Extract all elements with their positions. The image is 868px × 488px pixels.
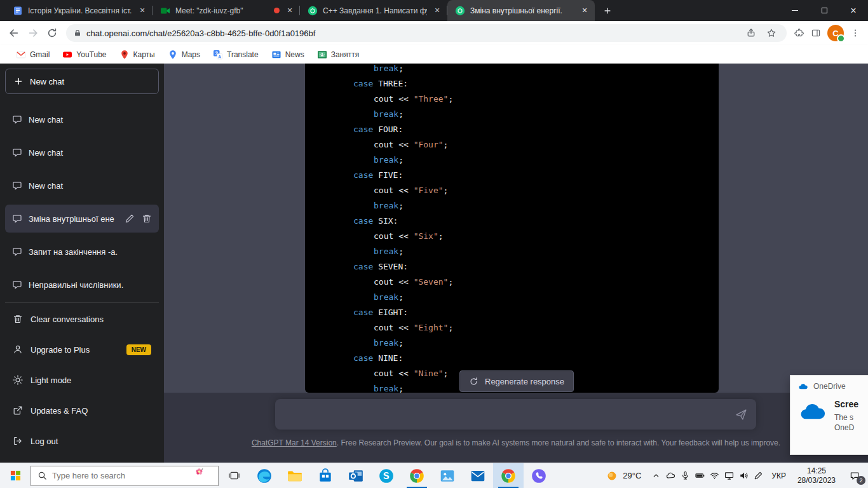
taskbar-app-edge[interactable] xyxy=(249,463,280,488)
bookmark-item[interactable]: Translate xyxy=(207,48,264,62)
language-indicator[interactable]: УКР xyxy=(766,471,792,480)
search-highlights-flower-icon[interactable] xyxy=(194,467,204,477)
code-line: cout << "Four"; xyxy=(333,137,719,152)
tab-close-icon[interactable]: × xyxy=(285,6,295,16)
taskbar-app-skype[interactable] xyxy=(371,463,402,488)
chatgpt-app: New chat New chat New chat New chat Змін… xyxy=(0,64,868,463)
taskbar-app-microsoft-store[interactable] xyxy=(310,463,341,488)
bookmark-item[interactable]: Maps xyxy=(162,48,206,62)
sidebar-item-label: Clear conversations xyxy=(31,315,104,324)
chat-bubble-icon xyxy=(12,280,22,290)
chat-history-item[interactable]: New chat xyxy=(5,172,159,200)
tab-close-icon[interactable]: × xyxy=(580,6,590,16)
tray-chevron-up-icon[interactable] xyxy=(649,463,663,488)
tray-pen-icon[interactable] xyxy=(751,463,766,488)
taskbar-search[interactable]: Type here to search xyxy=(31,466,219,486)
sidebar-item-label: Updates & FAQ xyxy=(31,406,88,416)
taskbar-app-outlook[interactable] xyxy=(341,463,371,488)
code-line: cout << "Six"; xyxy=(333,229,719,244)
regenerate-response-button[interactable]: Regenerate response xyxy=(459,370,574,392)
edge-icon xyxy=(256,468,273,484)
side-panel-button[interactable] xyxy=(808,25,824,41)
taskbar-app-chrome[interactable] xyxy=(402,463,432,488)
chat-history-item[interactable]: Запит на закінчення -а. xyxy=(5,238,159,266)
version-link[interactable]: ChatGPT Mar 14 Version xyxy=(252,438,337,447)
bookmark-item[interactable]: News xyxy=(266,48,310,62)
code-line: break; xyxy=(333,152,719,168)
recording-indicator-icon xyxy=(274,8,280,13)
extensions-button[interactable] xyxy=(792,25,807,41)
classroom-icon xyxy=(317,50,327,60)
message-input[interactable] xyxy=(284,409,735,419)
code-line: case SEVEN: xyxy=(333,259,719,274)
toast-header: OneDrive xyxy=(798,382,868,391)
bookmark-item[interactable]: Карты xyxy=(114,48,161,62)
profile-avatar[interactable]: C xyxy=(827,25,844,41)
code-line: case EIGHT: xyxy=(333,305,719,320)
taskbar-app-chrome[interactable] xyxy=(493,463,524,488)
task-view-button[interactable] xyxy=(219,463,249,488)
tray-onedrive-icon[interactable] xyxy=(663,463,678,488)
taskbar-app-viber[interactable] xyxy=(524,463,554,488)
new-tab-button[interactable] xyxy=(599,2,616,20)
chat-title: New chat xyxy=(29,148,152,158)
send-icon[interactable] xyxy=(735,409,747,421)
bookmark-item[interactable]: Заняття xyxy=(311,48,365,62)
sidebar-item-clear-conversations[interactable]: Clear conversations xyxy=(5,305,159,333)
sidebar-item-upgrade-to-plus[interactable]: Upgrade to Plus NEW xyxy=(5,336,159,363)
action-center-button[interactable]: 2 xyxy=(841,463,868,488)
start-button[interactable] xyxy=(0,463,31,488)
close-button[interactable]: × xyxy=(839,0,868,21)
bookmark-item[interactable]: YouTube xyxy=(57,48,112,62)
viber-icon xyxy=(531,468,547,484)
taskbar-app-photos[interactable] xyxy=(432,463,463,488)
lock-icon xyxy=(74,29,81,37)
share-button[interactable] xyxy=(743,25,759,41)
tray-battery-icon[interactable] xyxy=(693,463,707,488)
taskbar-clock[interactable]: 14:25 28/03/2023 xyxy=(792,466,841,485)
browser-menu-button[interactable] xyxy=(848,25,863,41)
url-text: chat.openai.com/chat/e25620a3-c8bb-4625-… xyxy=(86,29,738,38)
delete-icon[interactable] xyxy=(142,214,152,224)
tab-close-icon[interactable]: × xyxy=(432,6,442,16)
bookmark-item[interactable]: Gmail xyxy=(10,48,55,62)
tray-microphone-icon[interactable] xyxy=(678,463,693,488)
browser-tab[interactable]: Зміна внутрішньої енергії. × xyxy=(447,0,595,21)
chrome-icon xyxy=(500,468,517,484)
browser-tab[interactable]: С++ Завдання 1. Написати фун × xyxy=(300,0,447,21)
side-panel-icon xyxy=(811,28,821,38)
taskbar-app-mail[interactable] xyxy=(463,463,493,488)
tab-close-icon[interactable]: × xyxy=(137,6,147,16)
tray-monitor-icon[interactable] xyxy=(722,463,736,488)
bookmark-star-button[interactable] xyxy=(764,25,779,41)
browser-tab[interactable]: Історія України. Всесвітня іст. 10 × xyxy=(5,0,153,21)
chat-bubble-icon xyxy=(12,114,22,125)
sidebar-item-light-mode[interactable]: Light mode xyxy=(5,366,159,394)
weather-widget[interactable]: 29°C xyxy=(598,470,649,482)
code-line: case THREE: xyxy=(333,76,719,92)
taskbar-apps xyxy=(249,463,554,488)
taskbar-app-file-explorer[interactable] xyxy=(280,463,310,488)
reload-button[interactable] xyxy=(43,24,61,42)
tray-network-icon[interactable] xyxy=(707,463,722,488)
browser-tab[interactable]: Meet: "zdk-iuvz-gfb" × xyxy=(153,0,300,21)
chat-history-item[interactable]: Неправильні числівники. xyxy=(5,271,159,299)
edit-icon[interactable] xyxy=(125,214,135,224)
chat-history-item[interactable]: Зміна внутрішньої ене xyxy=(5,205,159,233)
chat-history-item[interactable]: New chat xyxy=(5,105,159,133)
toast-body: Scree The s OneD xyxy=(798,399,868,433)
address-bar[interactable]: chat.openai.com/chat/e25620a3-c8bb-4625-… xyxy=(66,24,787,42)
sidebar-item-label: Upgrade to Plus xyxy=(31,345,90,355)
forward-button[interactable] xyxy=(24,24,42,42)
chat-history-item[interactable]: New chat xyxy=(5,139,159,166)
onedrive-notification[interactable]: OneDrive Scree The s OneD xyxy=(790,375,868,455)
sidebar-item-log-out[interactable]: Log out xyxy=(5,427,159,455)
minimize-button[interactable] xyxy=(780,0,810,21)
sidebar-item-updates-faq[interactable]: Updates & FAQ xyxy=(5,396,159,424)
back-button[interactable] xyxy=(5,24,23,42)
new-chat-button[interactable]: New chat xyxy=(5,69,159,94)
weather-sun-icon xyxy=(606,470,618,482)
tray-volume-icon[interactable] xyxy=(736,463,751,488)
maximize-button[interactable] xyxy=(810,0,839,21)
bookmark-label: Карты xyxy=(133,50,155,59)
